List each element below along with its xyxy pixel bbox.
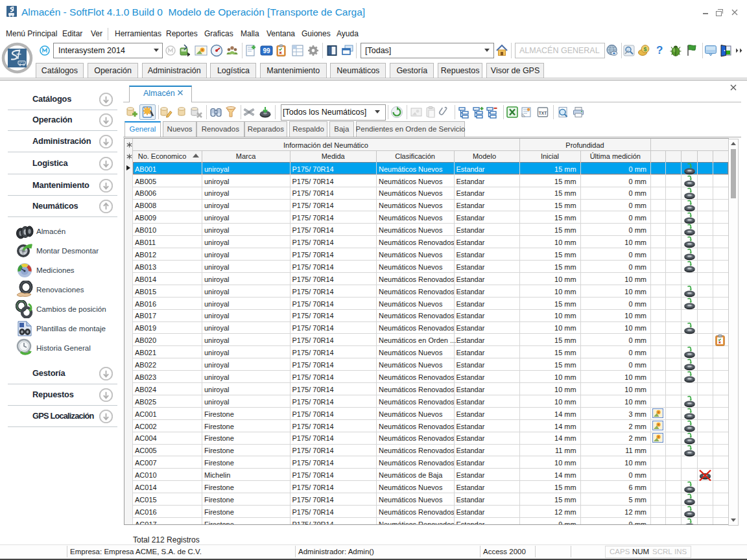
svg-text:99: 99 [263, 47, 270, 54]
svg-text:TXT: TXT [539, 111, 547, 115]
svg-text:$: $ [643, 46, 646, 52]
